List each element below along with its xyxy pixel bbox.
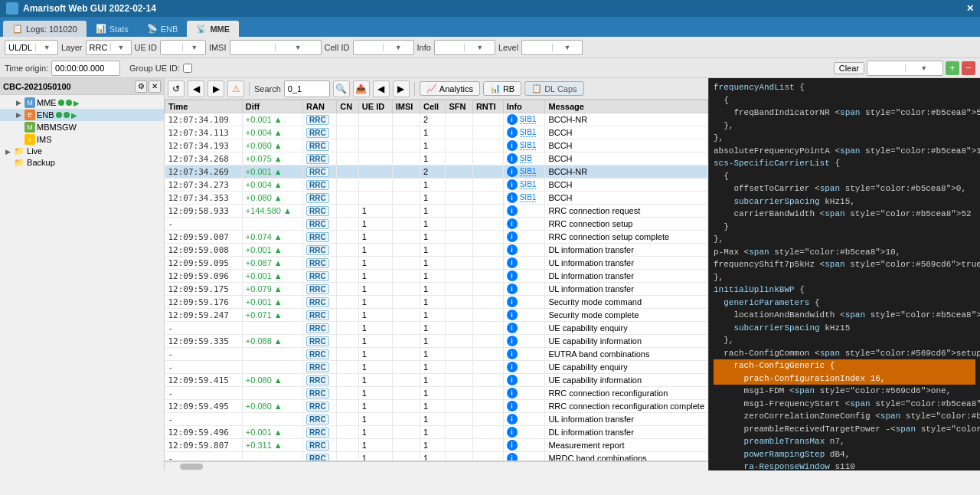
table-row[interactable]: -RRC11iRRC connection reconfiguration — [165, 387, 708, 400]
cell-time: 12:09:59.335 — [165, 335, 243, 348]
cell-message: BCCH — [545, 192, 708, 205]
search-input[interactable] — [288, 84, 326, 93]
dl-caps-button[interactable]: 📋 DL Caps — [524, 81, 583, 96]
table-row[interactable]: -RRC11iUE capability enquiry — [165, 322, 708, 335]
warning-btn[interactable]: ⚠ — [227, 80, 244, 97]
table-row[interactable]: 12:09:59.495+0.080 ▲RRC11iRRC connection… — [165, 400, 708, 413]
search-box[interactable] — [284, 80, 330, 97]
tree-expand-backup[interactable] — [3, 159, 12, 168]
table-row[interactable]: -RRC11iUL information transfer — [165, 413, 708, 426]
tree-item-live[interactable]: ▶ 📁 Live — [0, 146, 164, 157]
tree-item-backup[interactable]: 📁 Backup — [0, 157, 164, 169]
level-dropdown-arrow[interactable]: ▼ — [552, 44, 583, 51]
tree-action-1[interactable]: ⚙ — [135, 80, 147, 93]
table-row[interactable]: 12:07:34.273+0.004 ▲RRC1i SIB1BCCH — [165, 179, 708, 192]
col-ueid[interactable]: UE ID — [358, 100, 392, 113]
col-diff[interactable]: Diff — [242, 100, 302, 113]
arrow-left-btn[interactable]: ◀ — [373, 80, 390, 97]
col-imsi[interactable]: IMSI — [392, 100, 420, 113]
table-row[interactable]: 12:09:59.415+0.080 ▲RRC11iUE capability … — [165, 374, 708, 387]
table-row[interactable]: 12:07:34.268+0.075 ▲RRC1i SIBBCCH — [165, 152, 708, 166]
refresh-btn[interactable]: ↺ — [168, 80, 185, 97]
tree-expand-mbmsgw[interactable] — [14, 123, 23, 132]
table-row[interactable]: 12:07:34.193+0.080 ▲RRC1i SIB1BCCH — [165, 139, 708, 152]
col-rnti[interactable]: RNTI — [472, 100, 503, 113]
analytics-button[interactable]: 📈 Analytics — [420, 81, 480, 96]
rb-button[interactable]: 📊 RB — [483, 81, 521, 96]
table-row[interactable]: 12:09:59.096+0.001 ▲RRC11iDL information… — [165, 270, 708, 283]
arrow-right-btn[interactable]: ▶ — [393, 80, 410, 97]
cell-cell: 1 — [420, 400, 445, 413]
col-ran[interactable]: RAN — [303, 100, 337, 113]
tab-stats[interactable]: 📊 Stats — [87, 21, 138, 37]
table-row[interactable]: 12:09:59.176+0.001 ▲RRC11iSecurity mode … — [165, 296, 708, 309]
table-row[interactable]: 12:09:59.496+0.001 ▲RRC11iDL information… — [165, 426, 708, 439]
table-row[interactable]: 12:09:59.335+0.088 ▲RRC11iUE capability … — [165, 335, 708, 348]
cell-id-dropdown[interactable]: ▼ — [353, 40, 414, 55]
time-origin-input[interactable] — [51, 61, 120, 76]
tree-expand-ims[interactable] — [14, 135, 23, 144]
table-row[interactable]: 12:09:59.175+0.079 ▲RRC11iUL information… — [165, 283, 708, 296]
table-row[interactable]: 12:07:34.269+0.001 ▲RRC2i SIB1BCCH-NR — [165, 166, 708, 179]
protocol-dropdown-arrow[interactable]: ▼ — [110, 44, 130, 51]
col-time[interactable]: Time — [165, 100, 243, 113]
next-btn[interactable]: ▶ — [207, 80, 224, 97]
layer-dropdown[interactable]: UL/DL ▼ — [5, 40, 58, 55]
table-row[interactable]: 12:07:34.109+0.001 ▲RRC2i SIB1BCCH-NR — [165, 113, 708, 126]
tab-enb[interactable]: 📡 ENB — [138, 21, 188, 37]
log-table-container[interactable]: Time Diff RAN CN UE ID IMSI Cell SFN RNT… — [165, 100, 708, 461]
cell-sfn — [446, 231, 473, 244]
cell-rnti — [472, 166, 503, 179]
level-dropdown[interactable]: ▼ — [521, 40, 583, 55]
col-message[interactable]: Message — [545, 100, 708, 113]
ue-id-dropdown-arrow[interactable]: ▼ — [182, 44, 205, 51]
cell-cell: 1 — [420, 218, 445, 231]
col-sfn[interactable]: SFN — [446, 100, 473, 113]
info-dropdown-arrow[interactable]: ▼ — [464, 44, 495, 51]
col-cell[interactable]: Cell — [420, 100, 445, 113]
table-row[interactable]: 12:09:59.807+0.311 ▲RRC11iMeasurement re… — [165, 439, 708, 452]
cell-info: i SIB1 — [503, 113, 545, 126]
export-icon-btn[interactable]: 📤 — [353, 80, 370, 97]
tree-expand-enb[interactable]: ▶ — [14, 110, 23, 120]
add-filter-button[interactable]: + — [946, 61, 959, 75]
table-row[interactable]: 12:09:59.007+0.074 ▲RRC11iRRC connection… — [165, 231, 708, 244]
tab-mme[interactable]: 📡 MME — [187, 21, 239, 37]
filter-value-dropdown[interactable]: ▼ — [867, 61, 943, 76]
tree-action-2[interactable]: ✕ — [149, 80, 161, 93]
prev-btn[interactable]: ◀ — [188, 80, 204, 97]
tree-expand-mme[interactable]: ▶ — [14, 98, 23, 107]
table-row[interactable]: 12:09:59.247+0.071 ▲RRC11iSecurity mode … — [165, 309, 708, 322]
table-row[interactable]: -RRC11iEUTRA band combinations — [165, 348, 708, 361]
tree-item-enb[interactable]: ▶ E ENB ▶ — [0, 109, 164, 121]
tree-expand-live[interactable]: ▶ — [3, 147, 12, 156]
table-row[interactable]: -RRC11iRRC connection setup — [165, 218, 708, 231]
col-cn[interactable]: CN — [337, 100, 359, 113]
tree-item-mme[interactable]: ▶ M MME ▶ — [0, 97, 164, 109]
remove-filter-button[interactable]: − — [962, 61, 975, 75]
table-row[interactable]: 12:09:59.095+0.087 ▲RRC11iUL information… — [165, 257, 708, 270]
table-row[interactable]: 12:07:34.113+0.004 ▲RRC1i SIB1BCCH — [165, 126, 708, 139]
protocol-dropdown[interactable]: RRC ▼ — [86, 40, 132, 55]
table-row[interactable]: 12:09:58.933+144.580 ▲RRC11iRRC connecti… — [165, 205, 708, 218]
horizontal-scrollbar[interactable] — [165, 461, 708, 470]
table-row[interactable]: -RRC11iUE capability enquiry — [165, 361, 708, 374]
group-ue-checkbox[interactable] — [183, 64, 192, 73]
close-window[interactable]: ✕ — [966, 3, 974, 14]
clear-button[interactable]: Clear — [834, 62, 864, 74]
tree-item-ims[interactable]: I IMS — [0, 133, 164, 146]
tab-logs[interactable]: 📋 Logs: 101020 — [3, 21, 87, 37]
info-dropdown[interactable]: ▼ — [434, 40, 495, 55]
imsi-dropdown[interactable]: ▼ — [230, 40, 322, 55]
search-icon-btn[interactable]: 🔍 — [333, 80, 350, 97]
tree-item-mbmsgw[interactable]: M MBMSGW — [0, 121, 164, 133]
layer-dropdown-arrow[interactable]: ▼ — [35, 44, 57, 51]
cell-id-dropdown-arrow[interactable]: ▼ — [383, 44, 413, 51]
ue-id-dropdown[interactable]: ▼ — [160, 40, 206, 55]
col-info[interactable]: Info — [503, 100, 545, 113]
table-row[interactable]: 12:09:59.008+0.001 ▲RRC11iDL information… — [165, 244, 708, 257]
filter-value-arrow[interactable]: ▼ — [905, 64, 943, 72]
table-row[interactable]: 12:07:34.353+0.080 ▲RRC1i SIB1BCCH — [165, 192, 708, 205]
imsi-dropdown-arrow[interactable]: ▼ — [275, 44, 321, 51]
table-row[interactable]: -RRC11iMRDC band combinations — [165, 452, 708, 462]
